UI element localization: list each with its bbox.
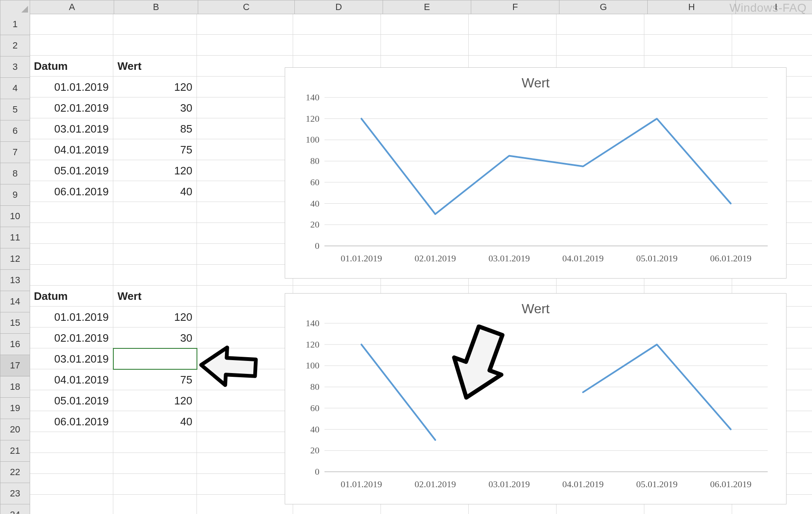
cell-A2[interactable]: [30, 35, 113, 56]
cell-C10[interactable]: [197, 202, 293, 223]
column-header-C[interactable]: C: [198, 0, 295, 14]
cell-C22[interactable]: [197, 453, 293, 474]
cell-A7[interactable]: 04.01.2019: [30, 139, 113, 160]
row-header-22[interactable]: 22: [0, 462, 30, 483]
column-header-B[interactable]: B: [114, 0, 198, 14]
column-header-D[interactable]: D: [295, 0, 383, 14]
cell-B17[interactable]: [113, 348, 197, 369]
row-header-21[interactable]: 21: [0, 440, 30, 462]
row-header-24[interactable]: 24: [0, 504, 30, 514]
cell-F1[interactable]: [469, 14, 557, 35]
cell-A17[interactable]: 03.01.2019: [30, 348, 113, 369]
row-header-18[interactable]: 18: [0, 376, 30, 398]
cell-B13[interactable]: [113, 265, 197, 286]
chart-wert-top[interactable]: Wert 02040608010012014001.01.201902.01.2…: [285, 67, 786, 279]
cell-A14[interactable]: Datum: [30, 286, 113, 307]
cell-A21[interactable]: [30, 432, 113, 453]
cell-A11[interactable]: [30, 223, 113, 244]
cell-B16[interactable]: 30: [113, 327, 197, 348]
cell-C23[interactable]: [197, 474, 293, 495]
cell-B22[interactable]: [113, 453, 197, 474]
cell-A16[interactable]: 02.01.2019: [30, 327, 113, 348]
cell-A10[interactable]: [30, 202, 113, 223]
cell-D2[interactable]: [293, 35, 381, 56]
cell-C21[interactable]: [197, 432, 293, 453]
cell-B18[interactable]: 75: [113, 369, 197, 390]
cell-C12[interactable]: [197, 244, 293, 265]
column-header-G[interactable]: G: [559, 0, 648, 14]
cell-B4[interactable]: 120: [113, 77, 197, 97]
cell-B5[interactable]: 30: [113, 97, 197, 118]
cell-C13[interactable]: [197, 265, 293, 286]
cell-C7[interactable]: [197, 139, 293, 160]
row-header-5[interactable]: 5: [0, 99, 30, 120]
row-header-11[interactable]: 11: [0, 227, 30, 248]
cell-B1[interactable]: [113, 14, 197, 35]
row-header-4[interactable]: 4: [0, 78, 30, 99]
cell-B2[interactable]: [113, 35, 197, 56]
cell-C20[interactable]: [197, 411, 293, 432]
row-header-12[interactable]: 12: [0, 248, 30, 270]
cell-A4[interactable]: 01.01.2019: [30, 77, 113, 97]
cell-B23[interactable]: [113, 474, 197, 495]
cell-C6[interactable]: [197, 118, 293, 139]
row-header-2[interactable]: 2: [0, 35, 30, 56]
cell-H2[interactable]: [644, 35, 732, 56]
cell-I1[interactable]: [732, 14, 812, 35]
cell-A19[interactable]: 05.01.2019: [30, 390, 113, 411]
row-header-8[interactable]: 8: [0, 163, 30, 184]
select-all-corner[interactable]: [0, 0, 30, 14]
cell-C15[interactable]: [197, 307, 293, 327]
row-header-10[interactable]: 10: [0, 206, 30, 227]
cell-B21[interactable]: [113, 432, 197, 453]
cell-A18[interactable]: 04.01.2019: [30, 369, 113, 390]
cell-C3[interactable]: [197, 56, 293, 77]
cell-B11[interactable]: [113, 223, 197, 244]
row-header-14[interactable]: 14: [0, 291, 30, 312]
cell-C24[interactable]: [197, 495, 293, 514]
column-header-F[interactable]: F: [471, 0, 559, 14]
cell-B14[interactable]: Wert: [113, 286, 197, 307]
chart-wert-bottom[interactable]: Wert 02040608010012014001.01.201902.01.2…: [285, 293, 786, 504]
cell-C14[interactable]: [197, 286, 293, 307]
cell-A6[interactable]: 03.01.2019: [30, 118, 113, 139]
row-header-16[interactable]: 16: [0, 334, 30, 355]
cell-C9[interactable]: [197, 181, 293, 202]
cell-I2[interactable]: [732, 35, 812, 56]
row-header-9[interactable]: 9: [0, 184, 30, 206]
cell-B24[interactable]: [113, 495, 197, 514]
row-header-1[interactable]: 1: [0, 14, 30, 35]
cell-A20[interactable]: 06.01.2019: [30, 411, 113, 432]
cell-A24[interactable]: [30, 495, 113, 514]
cell-C8[interactable]: [197, 160, 293, 181]
cell-G1[interactable]: [557, 14, 644, 35]
cell-A22[interactable]: [30, 453, 113, 474]
column-header-H[interactable]: H: [648, 0, 736, 14]
cell-A12[interactable]: [30, 244, 113, 265]
cell-B12[interactable]: [113, 244, 197, 265]
cell-C1[interactable]: [197, 14, 293, 35]
cell-C11[interactable]: [197, 223, 293, 244]
cell-B10[interactable]: [113, 202, 197, 223]
cell-A3[interactable]: Datum: [30, 56, 113, 77]
row-header-7[interactable]: 7: [0, 142, 30, 163]
row-header-19[interactable]: 19: [0, 398, 30, 419]
cell-C4[interactable]: [197, 77, 293, 97]
cell-B9[interactable]: 40: [113, 181, 197, 202]
cell-E2[interactable]: [381, 35, 469, 56]
cell-A5[interactable]: 02.01.2019: [30, 97, 113, 118]
cell-A1[interactable]: [30, 14, 113, 35]
cell-B3[interactable]: Wert: [113, 56, 197, 77]
cell-B8[interactable]: 120: [113, 160, 197, 181]
row-header-3[interactable]: 3: [0, 56, 30, 78]
cell-E1[interactable]: [381, 14, 469, 35]
cell-A9[interactable]: 06.01.2019: [30, 181, 113, 202]
column-header-A[interactable]: A: [30, 0, 114, 14]
cell-C19[interactable]: [197, 390, 293, 411]
cell-B6[interactable]: 85: [113, 118, 197, 139]
cell-C5[interactable]: [197, 97, 293, 118]
cell-B20[interactable]: 40: [113, 411, 197, 432]
cell-B15[interactable]: 120: [113, 307, 197, 327]
cell-B19[interactable]: 120: [113, 390, 197, 411]
row-header-13[interactable]: 13: [0, 270, 30, 291]
